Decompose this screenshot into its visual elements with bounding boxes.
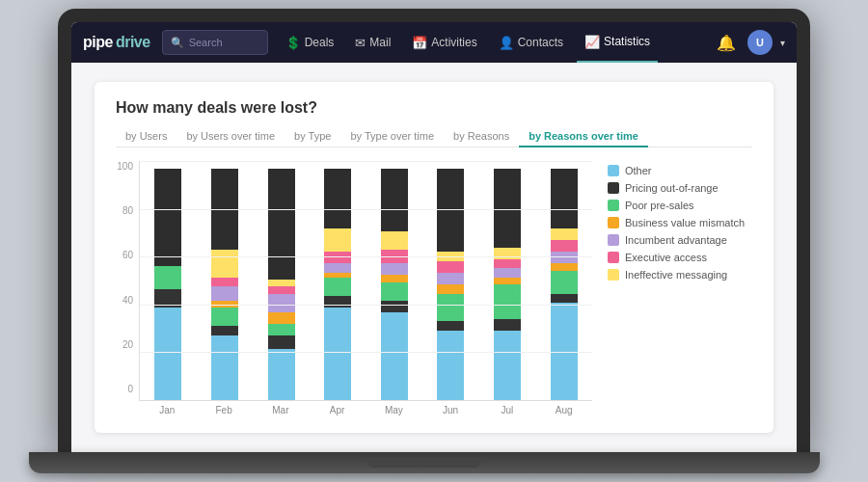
contacts-icon: 👤 [499,36,514,50]
bar-segment-5 [437,261,464,273]
laptop-screen: pipedrive 🔍 Search 💲 Deals ✉ Mail 📅 Acti… [71,22,797,452]
bar-segment-3 [551,263,578,270]
x-label-aug: Aug [539,405,588,415]
bar-segment-0 [437,331,464,400]
navbar: pipedrive 🔍 Search 💲 Deals ✉ Mail 📅 Acti… [71,22,797,63]
legend-color-2 [608,200,619,211]
tab-by-users[interactable]: by Users [116,126,176,147]
bar-segment-0 [551,303,578,400]
tab-by-type-over-time[interactable]: by Type over time [340,126,444,147]
bar-segment-7 [381,169,408,231]
nav-contacts[interactable]: 👤 Contacts [491,22,571,63]
bar-segment-2 [154,266,181,289]
stacked-bar-jul [494,169,521,400]
nav-activities[interactable]: 📅 Activities [404,22,484,63]
mail-icon: ✉ [355,36,366,50]
x-label-jun: Jun [426,405,475,415]
legend-label-0: Other [625,165,652,176]
x-label-mar: Mar [257,405,306,415]
legend-item-6: Ineffective messaging [608,269,752,281]
legend-label-6: Ineffective messaging [625,269,727,281]
legend-color-1 [608,182,619,194]
chart-with-axis: 100 80 60 40 20 0 JanFe [116,161,592,415]
bar-segment-0 [268,349,295,400]
stacked-bar-aug [551,169,578,400]
x-label-feb: Feb [200,405,249,415]
legend-color-4 [608,234,619,246]
bar-segment-5 [551,240,578,252]
y-label-80: 80 [116,205,133,216]
chart-legend: OtherPricing out-of-rangePoor pre-salesB… [608,161,752,415]
tab-by-reasons[interactable]: by Reasons [444,126,519,147]
legend-label-3: Business value mismatch [625,217,745,228]
notification-bell[interactable]: 🔔 [711,34,742,52]
bar-segment-1 [494,319,521,331]
bar-segment-7 [437,169,464,252]
user-avatar[interactable]: U [747,30,773,55]
chart-card: How many deals were lost? by Users by Us… [95,82,773,433]
bar-segment-0 [324,308,351,400]
bar-segment-0 [494,331,521,400]
chart-area: 100 80 60 40 20 0 JanFe [116,161,752,415]
chevron-down-icon[interactable]: ▾ [780,38,785,48]
search-icon: 🔍 [171,37,184,49]
stacked-bar-jan [154,169,181,400]
laptop-base [29,452,820,473]
nav-deals-label: Deals [305,36,335,49]
legend-item-3: Business value mismatch [608,217,752,228]
legend-color-0 [608,165,619,176]
bar-segment-0 [381,312,408,400]
bar-segment-5 [494,259,521,269]
logo: pipedrive [83,34,150,51]
bar-segment-4 [381,263,408,275]
bar-segment-7 [268,169,295,280]
search-placeholder: Search [189,37,223,48]
bar-segment-0 [154,308,181,400]
legend-color-5 [608,252,619,263]
legend-color-3 [608,217,619,228]
bar-group-jul [483,169,532,400]
stacked-bar-feb [211,169,238,400]
search-box[interactable]: 🔍 Search [162,30,268,55]
bar-segment-2 [551,271,578,294]
bar-group-may [370,169,420,400]
bars-container [139,161,592,401]
bar-segment-6 [268,280,295,286]
deals-icon: 💲 [285,36,301,50]
bar-segment-3 [268,312,295,324]
bar-segment-5 [211,278,238,287]
legend-label-1: Pricing out-of-range [625,182,719,194]
logo-text: pipe [83,34,113,51]
bar-segment-4 [494,268,521,278]
logo-text-drive: drive [116,34,150,51]
tab-by-type[interactable]: by Type [285,126,340,147]
bar-segment-1 [324,296,351,308]
bar-segment-4 [268,294,295,312]
bar-segment-2 [381,282,408,301]
nav-deals[interactable]: 💲 Deals [278,22,342,63]
bar-group-feb [201,169,250,400]
laptop-notch [366,458,482,468]
y-label-60: 60 [116,250,133,260]
bar-segment-5 [268,286,295,293]
bar-segment-1 [381,301,408,312]
legend-item-0: Other [608,165,752,176]
tab-by-users-over-time[interactable]: by Users over time [176,126,285,147]
bar-segment-2 [324,278,351,296]
nav-statistics[interactable]: 📈 Statistics [577,22,658,63]
bar-group-apr [313,169,363,400]
bar-segment-2 [494,284,521,319]
y-axis: 100 80 60 40 20 0 [116,161,139,415]
legend-label-5: Executive access [625,252,707,263]
bar-segment-6 [551,228,578,240]
bar-segment-0 [211,335,238,400]
main-content: How many deals were lost? by Users by Us… [71,63,797,452]
bar-segment-4 [324,263,351,273]
bar-segment-3 [211,301,238,308]
legend-color-6 [608,269,619,281]
bar-group-jan [144,169,193,400]
nav-statistics-label: Statistics [604,35,650,48]
bar-segment-7 [324,169,351,228]
tab-by-reasons-over-time[interactable]: by Reasons over time [519,126,648,147]
nav-mail[interactable]: ✉ Mail [347,22,398,63]
